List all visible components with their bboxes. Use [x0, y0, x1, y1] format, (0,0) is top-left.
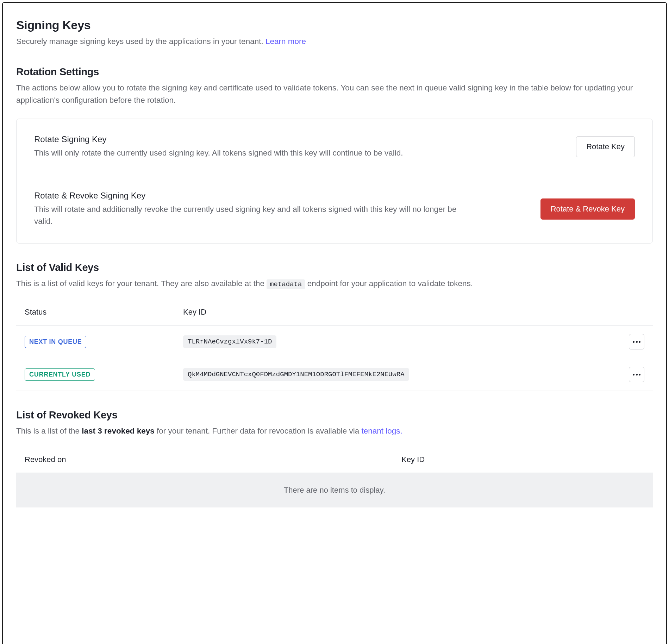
learn-more-link[interactable]: Learn more — [265, 37, 306, 46]
valid-keys-subtitle: This is a list of valid keys for your te… — [16, 278, 653, 290]
rotate-key-text: Rotate Signing Key This will only rotate… — [34, 134, 403, 159]
table-row: CURRENTLY USED QkM4MDdGNEVCNTcxQ0FDMzdGM… — [16, 358, 653, 391]
valid-keys-subtitle-post: endpoint for your application to validat… — [305, 279, 473, 288]
revoked-keys-subtitle-pre: This is a list of the — [16, 427, 82, 435]
rotate-key-row: Rotate Signing Key This will only rotate… — [34, 119, 635, 175]
revoked-keys-table: Revoked on Key ID There are no items to … — [16, 449, 653, 507]
rotate-revoke-key-title: Rotate & Revoke Signing Key — [34, 191, 457, 201]
status-badge: NEXT IN QUEUE — [25, 336, 86, 348]
revoked-keys-section: List of Revoked Keys This is a list of t… — [16, 409, 653, 507]
more-horizontal-icon — [633, 374, 640, 375]
rotate-revoke-key-desc: This will rotate and additionally revoke… — [34, 203, 457, 228]
key-id: TLRrNAeCvzgxlVx9k7-1D — [183, 335, 276, 348]
table-row: NEXT IN QUEUE TLRrNAeCvzgxlVx9k7-1D — [16, 326, 653, 358]
rotate-revoke-key-button[interactable]: Rotate & Revoke Key — [540, 198, 635, 220]
page-subtitle: Securely manage signing keys used by the… — [16, 36, 653, 48]
revoked-keys-subtitle-bold: last 3 revoked keys — [82, 427, 154, 435]
empty-state-text: There are no items to display. — [16, 473, 653, 508]
rotation-settings-subtitle: The actions below allow you to rotate th… — [16, 82, 653, 107]
rotate-key-desc: This will only rotate the currently used… — [34, 147, 403, 159]
signing-keys-panel: Signing Keys Securely manage signing key… — [2, 2, 667, 644]
rotate-key-title: Rotate Signing Key — [34, 134, 403, 144]
rotate-revoke-key-text: Rotate & Revoke Signing Key This will ro… — [34, 191, 457, 228]
revoked-keys-title: List of Revoked Keys — [16, 409, 653, 421]
valid-keys-col-actions — [620, 302, 653, 326]
rotate-revoke-key-row: Rotate & Revoke Signing Key This will ro… — [34, 175, 635, 244]
rotation-settings-section: Rotation Settings The actions below allo… — [16, 66, 653, 244]
revoked-keys-col-revoked-on: Revoked on — [16, 449, 393, 473]
valid-keys-section: List of Valid Keys This is a list of val… — [16, 262, 653, 391]
rotation-settings-title: Rotation Settings — [16, 66, 653, 78]
valid-keys-col-status: Status — [16, 302, 175, 326]
revoked-keys-subtitle-mid: for your tenant. Further data for revoca… — [155, 427, 362, 435]
key-id: QkM4MDdGNEVCNTcxQ0FDMzdGMDY1NEM1ODRGOTlF… — [183, 368, 409, 381]
more-horizontal-icon — [633, 341, 640, 343]
revoked-keys-subtitle: This is a list of the last 3 revoked key… — [16, 425, 653, 437]
row-actions-button[interactable] — [629, 367, 644, 382]
valid-keys-title: List of Valid Keys — [16, 262, 653, 273]
valid-keys-table: Status Key ID NEXT IN QUEUE TLRrNAeCvzgx… — [16, 302, 653, 391]
page-subtitle-text: Securely manage signing keys used by the… — [16, 37, 265, 46]
rotation-card: Rotate Signing Key This will only rotate… — [16, 119, 653, 244]
tenant-logs-link[interactable]: tenant logs. — [362, 427, 402, 435]
signing-keys-header: Signing Keys Securely manage signing key… — [16, 18, 653, 48]
empty-state-row: There are no items to display. — [16, 473, 653, 508]
revoked-keys-col-keyid: Key ID — [393, 449, 653, 473]
rotate-key-button[interactable]: Rotate Key — [576, 136, 635, 157]
status-badge: CURRENTLY USED — [25, 368, 95, 381]
valid-keys-col-keyid: Key ID — [175, 302, 620, 326]
page-title: Signing Keys — [16, 18, 653, 32]
metadata-code: metadata — [267, 279, 305, 289]
valid-keys-subtitle-pre: This is a list of valid keys for your te… — [16, 279, 267, 288]
row-actions-button[interactable] — [629, 334, 644, 349]
